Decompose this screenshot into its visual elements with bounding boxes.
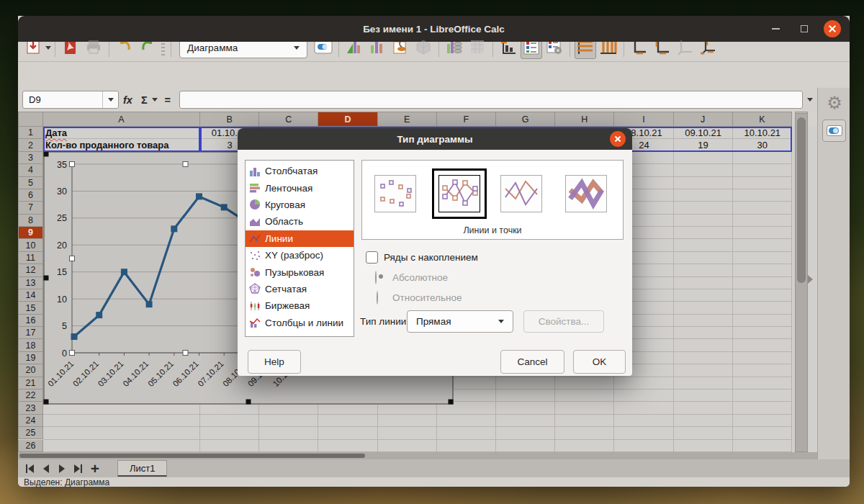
row-header-9[interactable]: 9 <box>18 227 43 239</box>
chart-type-area-chart[interactable]: Область <box>246 213 354 230</box>
row-header-13[interactable]: 13 <box>18 277 43 289</box>
row-header-1[interactable]: 1 <box>18 127 43 139</box>
data-in-columns-button[interactable] <box>467 37 488 59</box>
z-axis-button[interactable] <box>675 37 696 59</box>
subtype-lines-only[interactable] <box>500 175 542 212</box>
z-axis-icon <box>677 38 694 58</box>
chart-type-bar-chart[interactable]: Ленточная <box>246 179 354 196</box>
close-button[interactable] <box>824 20 841 37</box>
print-button[interactable] <box>83 37 104 59</box>
gridline-h <box>43 426 792 427</box>
horizontal-scrollbar[interactable] <box>18 452 850 459</box>
name-box-dropdown[interactable] <box>102 91 118 108</box>
row-header-17[interactable]: 17 <box>18 327 43 339</box>
row-header-18[interactable]: 18 <box>18 339 43 351</box>
sidebar-reveal-arrow[interactable] <box>808 275 813 284</box>
last-sheet-button[interactable] <box>70 461 86 477</box>
sidebar-settings-gear-icon[interactable]: ⚙ <box>825 94 844 112</box>
export-dropdown[interactable] <box>45 46 51 50</box>
column-header-C[interactable]: C <box>259 112 318 127</box>
row-header-14[interactable]: 14 <box>18 289 43 302</box>
row-header-6[interactable]: 6 <box>18 189 43 202</box>
column-header-J[interactable]: J <box>674 112 733 127</box>
sidebar-properties-button[interactable] <box>822 120 846 142</box>
svg-text:15: 15 <box>57 267 67 277</box>
previous-sheet-button[interactable] <box>38 461 54 477</box>
next-sheet-button[interactable] <box>54 461 70 477</box>
column-header-E[interactable]: E <box>378 112 437 127</box>
column-header-H[interactable]: H <box>555 112 614 127</box>
row-header-24[interactable]: 24 <box>18 415 43 427</box>
chart-type-xy-chart[interactable]: XY (разброс) <box>246 247 354 264</box>
stacked-series-checkbox[interactable] <box>366 251 378 264</box>
line-chart-icon <box>249 233 265 244</box>
maximize-button[interactable] <box>796 21 812 37</box>
sum-dropdown-icon[interactable] <box>152 98 158 102</box>
dialog-titlebar[interactable]: Тип диаграммы <box>238 128 632 150</box>
sum-button[interactable]: Σ <box>141 94 148 106</box>
row-header-2[interactable]: 2 <box>18 139 43 151</box>
row-header-5[interactable]: 5 <box>18 177 43 189</box>
row-header-19[interactable]: 19 <box>18 352 43 364</box>
row-header-3[interactable]: 3 <box>18 152 43 164</box>
column-header-K[interactable]: K <box>733 112 792 127</box>
formula-input[interactable] <box>179 91 803 109</box>
row-header-22[interactable]: 22 <box>18 390 43 402</box>
column-header-G[interactable]: G <box>496 112 555 127</box>
first-sheet-button[interactable] <box>22 461 38 477</box>
column-header-F[interactable]: F <box>437 112 496 127</box>
relative-radio[interactable] <box>377 291 378 305</box>
row-header-12[interactable]: 12 <box>18 264 43 276</box>
chart-type-pie-chart[interactable]: Круговая <box>246 197 354 213</box>
chart-type-line-chart[interactable]: Линии <box>246 230 354 247</box>
bar-chart-icon <box>249 182 265 194</box>
row-header-23[interactable]: 23 <box>18 402 43 414</box>
chart-type-column-line-chart[interactable]: Столбцы и линии <box>246 315 354 331</box>
vertical-scrollbar[interactable] <box>795 113 808 452</box>
function-wizard-button[interactable]: fx <box>123 94 132 106</box>
vertical-scrollbar-thumb[interactable] <box>797 117 806 283</box>
3d-view-icon <box>415 38 432 58</box>
select-all-corner[interactable] <box>18 112 43 127</box>
subtype-lines-3d[interactable] <box>565 175 607 212</box>
row-header-25[interactable]: 25 <box>18 427 43 439</box>
dialog-close-button[interactable] <box>610 131 626 147</box>
row-header-20[interactable]: 20 <box>18 364 43 377</box>
line-type-combobox[interactable]: Прямая <box>407 310 513 333</box>
equals-button[interactable]: = <box>165 94 171 106</box>
row-header-16[interactable]: 16 <box>18 315 43 327</box>
svg-text:5: 5 <box>62 321 67 331</box>
chart-type-column-chart[interactable]: Столбчатая <box>246 163 354 179</box>
3d-view-button[interactable] <box>413 37 434 59</box>
properties-button[interactable]: Свойства... <box>523 310 604 333</box>
row-header-21[interactable]: 21 <box>18 377 43 390</box>
add-sheet-button[interactable]: + <box>86 461 104 477</box>
column-header-I[interactable]: I <box>614 112 673 127</box>
minimize-button[interactable] <box>768 21 783 37</box>
absolute-radio[interactable] <box>375 271 377 284</box>
column-header-B[interactable]: B <box>200 112 259 127</box>
row-header-10[interactable]: 10 <box>18 239 43 251</box>
row-header-4[interactable]: 4 <box>18 164 43 176</box>
calc-window: Без имени 1 - LibreOffice Calc ФайлПравк… <box>18 16 850 487</box>
stacked-series-label: Ряды с накоплением <box>384 252 478 263</box>
formula-bar-expand-icon[interactable] <box>807 98 813 102</box>
sheet-tab-list1[interactable]: Лист1 <box>117 460 167 477</box>
chart-type-stock-chart[interactable]: Биржевая <box>246 297 354 314</box>
column-header-D[interactable]: D <box>318 112 377 127</box>
chart-type-net-chart[interactable]: Сетчатая <box>246 281 354 297</box>
ok-button[interactable]: OK <box>573 350 626 374</box>
help-button[interactable]: Help <box>248 350 301 374</box>
horizontal-scrollbar-thumb[interactable] <box>19 454 365 458</box>
chart-type-bubble-chart[interactable]: Пузырьковая <box>246 264 354 280</box>
row-header-8[interactable]: 8 <box>18 215 43 227</box>
row-header-7[interactable]: 7 <box>18 202 43 214</box>
row-header-11[interactable]: 11 <box>18 252 43 264</box>
row-header-15[interactable]: 15 <box>18 302 43 314</box>
subtype-points-only[interactable] <box>374 175 416 212</box>
cancel-button[interactable]: Cancel <box>500 350 564 374</box>
name-box[interactable]: D9 <box>22 91 119 109</box>
status-bar: Выделен: Диаграмма <box>18 477 850 487</box>
row-header-26[interactable]: 26 <box>18 440 43 452</box>
column-header-A[interactable]: A <box>43 112 200 127</box>
